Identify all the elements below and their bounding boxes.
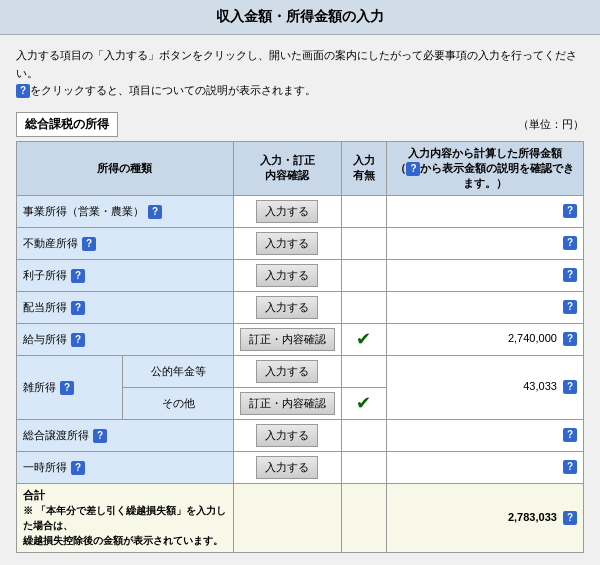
table-row: 総合譲渡所得? 入力する ? xyxy=(17,419,584,451)
income-table: 所得の種類 入力・訂正内容確認 入力有無 入力内容から計算した所得金額（?から表… xyxy=(16,141,584,553)
amount-q-icon-temporary[interactable]: ? xyxy=(563,460,577,474)
total-confirm-cell xyxy=(233,483,341,552)
amount-q-icon-realestate[interactable]: ? xyxy=(563,236,577,250)
q-icon-business[interactable]: ? xyxy=(148,205,162,219)
amount-q-icon-salary[interactable]: ? xyxy=(563,332,577,346)
unit-label: （単位：円） xyxy=(518,117,584,132)
q-icon-transfer[interactable]: ? xyxy=(93,429,107,443)
check-cell-realestate xyxy=(341,227,386,259)
income-label-business: 事業所得（営業・農業）? xyxy=(17,195,234,227)
table-row: 雑所得? 公的年金等 入力する 43,033 ? xyxy=(17,355,584,387)
input-btn-transfer[interactable]: 入力する xyxy=(256,424,318,447)
amount-cell-realestate: ? xyxy=(386,227,583,259)
amount-cell-salary: 2,740,000 ? xyxy=(386,323,583,355)
income-label-interest: 利子所得? xyxy=(17,259,234,291)
table-row: 利子所得? 入力する ? xyxy=(17,259,584,291)
input-btn-interest[interactable]: 入力する xyxy=(256,264,318,287)
check-cell-temporary xyxy=(341,451,386,483)
input-btn-dividend[interactable]: 入力する xyxy=(256,296,318,319)
q-icon-dividend[interactable]: ? xyxy=(71,301,85,315)
table-row: 配当所得? 入力する ? xyxy=(17,291,584,323)
btn-cell-business: 入力する xyxy=(233,195,341,227)
input-btn-temporary[interactable]: 入力する xyxy=(256,456,318,479)
input-btn-pension[interactable]: 入力する xyxy=(256,360,318,383)
table-row: 不動産所得? 入力する ? xyxy=(17,227,584,259)
page-header: 収入金額・所得金額の入力 xyxy=(0,0,600,35)
income-label-realestate: 不動産所得? xyxy=(17,227,234,259)
amount-q-icon-transfer[interactable]: ? xyxy=(563,428,577,442)
table-row: 一時所得? 入力する ? xyxy=(17,451,584,483)
page-title: 収入金額・所得金額の入力 xyxy=(216,8,384,24)
btn-cell-pension: 入力する xyxy=(233,355,341,387)
total-amount-cell: 2,783,033 ? xyxy=(386,483,583,552)
input-btn-realestate[interactable]: 入力する xyxy=(256,232,318,255)
check-cell-pension xyxy=(341,355,386,387)
amount-q-icon-dividend[interactable]: ? xyxy=(563,300,577,314)
total-label: 合計 ※ 「本年分で差し引く繰越損失額」を入力した場合は、 繰越損失控除後の金額… xyxy=(17,483,234,552)
input-btn-business[interactable]: 入力する xyxy=(256,200,318,223)
check-cell-interest xyxy=(341,259,386,291)
confirm-btn-other[interactable]: 訂正・内容確認 xyxy=(240,392,335,415)
btn-cell-transfer: 入力する xyxy=(233,419,341,451)
amount-q-icon-misc[interactable]: ? xyxy=(563,380,577,394)
section-header: 総合課税の所得 （単位：円） xyxy=(16,112,584,137)
q-icon-interest[interactable]: ? xyxy=(71,269,85,283)
amount-cell-interest: ? xyxy=(386,259,583,291)
table-row: 給与所得? 訂正・内容確認 ✔ 2,740,000 ? xyxy=(17,323,584,355)
col-q-icon[interactable]: ? xyxy=(406,162,420,176)
col-calculated: 入力内容から計算した所得金額（?から表示金額の説明を確認できます。） xyxy=(386,141,583,195)
col-income-type: 所得の種類 xyxy=(17,141,234,195)
btn-cell-realestate: 入力する xyxy=(233,227,341,259)
q-icon-misc[interactable]: ? xyxy=(60,381,74,395)
col-has-input: 入力有無 xyxy=(341,141,386,195)
q-icon-realestate[interactable]: ? xyxy=(82,237,96,251)
btn-cell-other: 訂正・内容確認 xyxy=(233,387,341,419)
misc-sub-pension: 公的年金等 xyxy=(123,355,234,387)
income-label-transfer: 総合譲渡所得? xyxy=(17,419,234,451)
amount-cell-misc: 43,033 ? xyxy=(386,355,583,419)
check-icon-other: ✔ xyxy=(356,392,371,414)
amount-cell-transfer: ? xyxy=(386,419,583,451)
main-content: 入力する項目の「入力する」ボタンをクリックし、開いた画面の案内にしたがって必要事… xyxy=(0,35,600,565)
check-cell-business xyxy=(341,195,386,227)
amount-cell-temporary: ? xyxy=(386,451,583,483)
misc-sub-other: その他 xyxy=(123,387,234,419)
description: 入力する項目の「入力する」ボタンをクリックし、開いた画面の案内にしたがって必要事… xyxy=(16,47,584,100)
income-label-salary: 給与所得? xyxy=(17,323,234,355)
check-cell-salary: ✔ xyxy=(341,323,386,355)
page-wrapper: 収入金額・所得金額の入力 入力する項目の「入力する」ボタンをクリックし、開いた画… xyxy=(0,0,600,565)
check-cell-transfer xyxy=(341,419,386,451)
check-icon-salary: ✔ xyxy=(356,328,371,350)
amount-q-icon-business[interactable]: ? xyxy=(563,204,577,218)
confirm-btn-salary[interactable]: 訂正・内容確認 xyxy=(240,328,335,351)
amount-cell-dividend: ? xyxy=(386,291,583,323)
total-row: 合計 ※ 「本年分で差し引く繰越損失額」を入力した場合は、 繰越損失控除後の金額… xyxy=(17,483,584,552)
col-confirm: 入力・訂正内容確認 xyxy=(233,141,341,195)
total-check-cell xyxy=(341,483,386,552)
help-icon-desc[interactable]: ? xyxy=(16,84,30,98)
btn-cell-interest: 入力する xyxy=(233,259,341,291)
total-q-icon[interactable]: ? xyxy=(563,511,577,525)
income-label-misc: 雑所得? xyxy=(17,355,123,419)
q-icon-temporary[interactable]: ? xyxy=(71,461,85,475)
btn-cell-temporary: 入力する xyxy=(233,451,341,483)
btn-cell-salary: 訂正・内容確認 xyxy=(233,323,341,355)
section-title: 総合課税の所得 xyxy=(16,112,118,137)
amount-q-icon-interest[interactable]: ? xyxy=(563,268,577,282)
q-icon-salary[interactable]: ? xyxy=(71,333,85,347)
description-line2: をクリックすると、項目についての説明が表示されます。 xyxy=(30,84,316,96)
check-cell-other: ✔ xyxy=(341,387,386,419)
income-label-temporary: 一時所得? xyxy=(17,451,234,483)
check-cell-dividend xyxy=(341,291,386,323)
income-label-dividend: 配当所得? xyxy=(17,291,234,323)
amount-cell-business: ? xyxy=(386,195,583,227)
description-line1: 入力する項目の「入力する」ボタンをクリックし、開いた画面の案内にしたがって必要事… xyxy=(16,49,577,79)
total-footnote: ※ 「本年分で差し引く繰越損失額」を入力した場合は、 繰越損失控除後の金額が表示… xyxy=(23,505,226,546)
table-row: 事業所得（営業・農業）? 入力する ? xyxy=(17,195,584,227)
btn-cell-dividend: 入力する xyxy=(233,291,341,323)
